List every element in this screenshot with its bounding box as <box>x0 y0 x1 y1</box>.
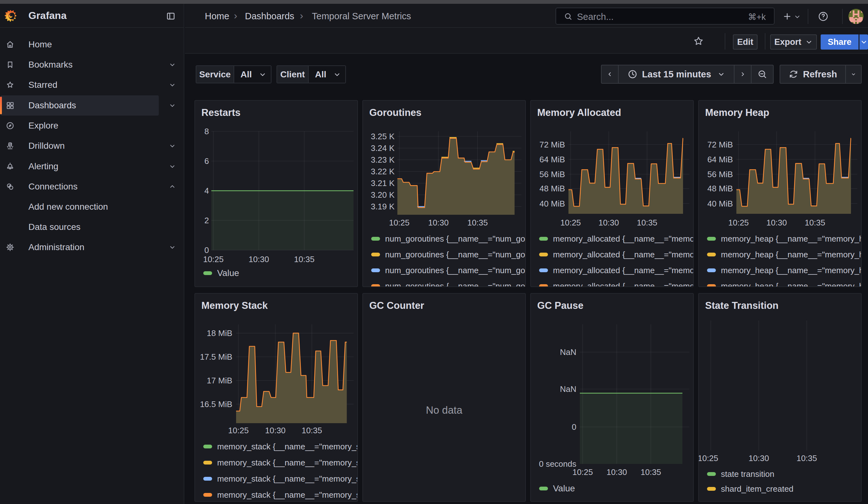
svg-text:num_goroutines {__name__="num_: num_goroutines {__name__="num_go <box>385 250 525 259</box>
svg-text:18 MiB: 18 MiB <box>207 328 232 338</box>
svg-text:memory_allocated {__name__="me: memory_allocated {__name__="memo <box>553 281 693 286</box>
svg-text:No data: No data <box>426 404 462 416</box>
svg-text:3.19 K: 3.19 K <box>371 202 395 211</box>
svg-text:16.5 MiB: 16.5 MiB <box>200 400 232 409</box>
svg-text:0: 0 <box>205 245 209 255</box>
svg-text:state transition: state transition <box>721 469 774 479</box>
svg-text:10:25: 10:25 <box>572 467 593 477</box>
svg-text:NaN: NaN <box>560 384 576 394</box>
svg-text:10:35: 10:35 <box>467 218 488 227</box>
svg-text:num_goroutines {__name__="num_: num_goroutines {__name__="num_go <box>385 281 525 286</box>
svg-text:0: 0 <box>572 422 576 432</box>
svg-text:10:30: 10:30 <box>248 255 269 264</box>
svg-text:Goroutines: Goroutines <box>369 107 421 118</box>
svg-text:GC Counter: GC Counter <box>369 300 424 311</box>
svg-text:48 MiB: 48 MiB <box>539 184 565 193</box>
svg-text:memory_heap {__name__="memory_: memory_heap {__name__="memory_h <box>721 234 861 244</box>
svg-text:10:35: 10:35 <box>796 453 817 463</box>
svg-text:3.22 K: 3.22 K <box>371 167 395 176</box>
svg-text:10:30: 10:30 <box>766 218 787 227</box>
svg-text:3.20 K: 3.20 K <box>371 190 395 199</box>
svg-text:48 MiB: 48 MiB <box>707 184 733 193</box>
svg-text:72 MiB: 72 MiB <box>707 140 733 150</box>
svg-text:10:35: 10:35 <box>637 218 657 227</box>
svg-text:56 MiB: 56 MiB <box>707 169 733 179</box>
svg-text:memory_heap {__name__="memory_: memory_heap {__name__="memory_h <box>721 281 861 286</box>
svg-text:memory_allocated {__name__="me: memory_allocated {__name__="memo <box>553 266 693 275</box>
svg-text:State Transition: State Transition <box>705 300 779 311</box>
svg-text:10:30: 10:30 <box>606 467 627 477</box>
svg-text:17 MiB: 17 MiB <box>207 376 232 385</box>
svg-text:10:35: 10:35 <box>805 218 825 227</box>
svg-text:3.24 K: 3.24 K <box>371 143 395 153</box>
svg-text:10:30: 10:30 <box>428 218 448 227</box>
svg-text:64 MiB: 64 MiB <box>539 155 565 164</box>
svg-text:8: 8 <box>205 127 209 136</box>
svg-text:memory_allocated {__name__="me: memory_allocated {__name__="memo <box>553 250 693 259</box>
svg-text:2: 2 <box>205 216 209 225</box>
svg-text:40 MiB: 40 MiB <box>707 199 733 208</box>
svg-text:3.25 K: 3.25 K <box>371 132 395 141</box>
svg-text:memory_stack {__name__="memory: memory_stack {__name__="memory_s <box>217 474 357 483</box>
svg-text:Value: Value <box>217 268 239 278</box>
svg-text:10:35: 10:35 <box>640 467 661 477</box>
svg-text:num_goroutines {__name__="num_: num_goroutines {__name__="num_go <box>385 234 525 244</box>
svg-text:40 MiB: 40 MiB <box>539 199 565 208</box>
svg-text:10:30: 10:30 <box>598 218 619 227</box>
svg-text:memory_heap {__name__="memory_: memory_heap {__name__="memory_h <box>721 250 861 259</box>
svg-text:Memory Heap: Memory Heap <box>705 107 769 118</box>
svg-text:3.21 K: 3.21 K <box>371 178 395 188</box>
svg-text:Memory Stack: Memory Stack <box>202 300 268 311</box>
svg-text:72 MiB: 72 MiB <box>539 140 565 150</box>
svg-text:Memory Allocated: Memory Allocated <box>537 107 621 118</box>
svg-text:6: 6 <box>205 156 209 166</box>
svg-text:memory_stack {__name__="memory: memory_stack {__name__="memory_s <box>217 458 357 467</box>
svg-text:10:25: 10:25 <box>560 218 581 227</box>
svg-text:10:25: 10:25 <box>228 426 249 435</box>
svg-text:10:30: 10:30 <box>265 426 286 435</box>
svg-text:64 MiB: 64 MiB <box>707 155 733 164</box>
svg-text:17.5 MiB: 17.5 MiB <box>200 352 232 362</box>
svg-text:memory_heap {__name__="memory_: memory_heap {__name__="memory_h <box>721 266 861 275</box>
svg-text:10:25: 10:25 <box>203 255 224 264</box>
svg-text:Restarts: Restarts <box>202 107 240 118</box>
svg-text:num_goroutines {__name__="num_: num_goroutines {__name__="num_go <box>385 266 525 275</box>
svg-text:10:30: 10:30 <box>748 453 769 463</box>
svg-text:10:35: 10:35 <box>301 426 322 435</box>
svg-text:Value: Value <box>553 483 575 493</box>
svg-text:10:25: 10:25 <box>699 453 719 463</box>
svg-text:memory_stack {__name__="memory: memory_stack {__name__="memory_s <box>217 442 357 451</box>
svg-text:3.23 K: 3.23 K <box>371 155 395 165</box>
svg-text:memory_allocated {__name__="me: memory_allocated {__name__="memo <box>553 234 693 244</box>
svg-text:56 MiB: 56 MiB <box>539 169 565 179</box>
svg-text:10:35: 10:35 <box>294 255 314 264</box>
svg-text:4: 4 <box>205 186 209 195</box>
svg-text:0 seconds: 0 seconds <box>539 459 576 469</box>
svg-text:GC Pause: GC Pause <box>537 300 583 311</box>
svg-text:NaN: NaN <box>560 347 576 357</box>
svg-text:10:25: 10:25 <box>728 218 749 227</box>
svg-text:10:25: 10:25 <box>389 218 410 227</box>
svg-text:memory_stack {__name__="memory: memory_stack {__name__="memory_s <box>217 490 357 500</box>
svg-text:shard_item_created: shard_item_created <box>721 484 794 494</box>
